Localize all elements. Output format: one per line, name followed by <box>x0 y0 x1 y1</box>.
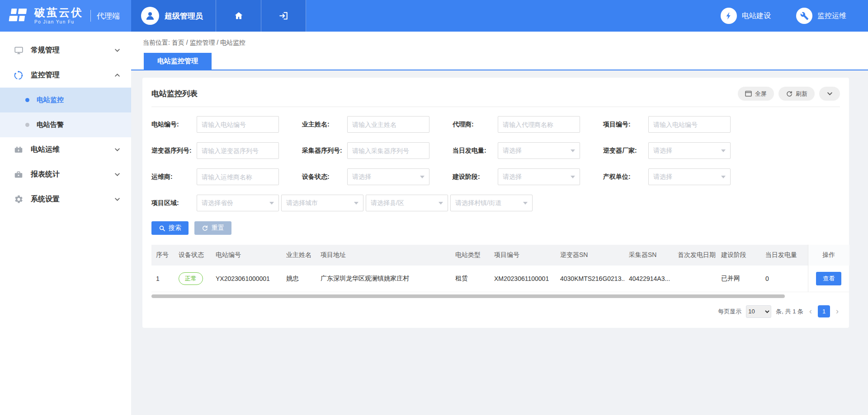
filter-input-0-0[interactable] <box>197 116 279 133</box>
column-header: 逆变器SN <box>556 245 624 266</box>
scrollbar-thumb[interactable] <box>151 294 785 298</box>
caret-down-icon <box>571 176 575 181</box>
reset-button[interactable]: 重置 <box>194 221 231 235</box>
filter-field-2-0: 运维商: <box>151 168 302 185</box>
filter-field-2-2: 建设阶段:请选择 <box>453 168 603 185</box>
caret-down-icon <box>354 202 359 207</box>
filter-input-2-0[interactable] <box>197 168 279 185</box>
filter-input-0-3[interactable] <box>648 116 731 133</box>
filter-select-2-3[interactable]: 请选择 <box>648 168 731 185</box>
filter-select-2-2[interactable]: 请选择 <box>498 168 580 185</box>
nav-monitoring-ops[interactable]: 监控运维 <box>796 8 846 24</box>
search-button[interactable]: 搜索 <box>151 221 189 235</box>
table-cell: 租赁 <box>451 266 490 292</box>
chevron-down-icon <box>827 91 833 97</box>
reset-icon <box>202 225 208 232</box>
filter-label: 逆变器序列号: <box>151 147 197 155</box>
sidebar-submenu: 电站监控电站告警 <box>0 88 131 137</box>
nav-station-construction[interactable]: 电站建设 <box>721 8 771 24</box>
filter-label: 产权单位: <box>603 173 648 181</box>
logout-button[interactable] <box>261 0 306 32</box>
sidebar-menu: 常规管理监控管理电站监控电站告警电站运维报表统计系统设置 <box>0 32 131 415</box>
sidebar-subitem-1-1[interactable]: 电站告警 <box>0 112 131 137</box>
region-select-0[interactable]: 请选择省份 <box>197 195 279 211</box>
app-header: 破茧云伏 Po Jian Yun Fu 代理端 超级管理员 <box>0 0 868 32</box>
region-select-3[interactable]: 请选择村镇/街道 <box>450 195 533 211</box>
sidebar-item-4[interactable]: 系统设置 <box>0 187 131 212</box>
column-header: 采集器SN <box>624 245 673 266</box>
page-1-button[interactable]: 1 <box>818 305 830 317</box>
filter-field-2-3: 产权单位:请选择 <box>603 168 754 185</box>
next-page-button[interactable]: › <box>835 307 840 316</box>
per-page-select[interactable]: 10 <box>746 305 771 318</box>
filter-field-0-3: 项目编号: <box>603 116 754 133</box>
filter-input-1-0[interactable] <box>197 142 279 159</box>
filter-actions: 搜索 重置 <box>151 221 840 235</box>
filter-input-0-1[interactable] <box>347 116 429 133</box>
region-select-2[interactable]: 请选择县/区 <box>366 195 448 211</box>
app-subtitle: Po Jian Yun Fu <box>34 20 83 24</box>
filter-field-1-0: 逆变器序列号: <box>151 142 302 159</box>
home-button[interactable] <box>216 0 261 32</box>
region-select-1[interactable]: 请选择城市 <box>281 195 363 211</box>
briefcase-icon <box>14 170 24 180</box>
app-title: 破茧云伏 <box>34 7 83 18</box>
table-cell: XM2023061100001 <box>490 266 556 292</box>
column-header: 业主姓名 <box>282 245 316 266</box>
fullscreen-button[interactable]: 全屏 <box>738 87 774 101</box>
filter-select-1-3[interactable]: 请选择 <box>648 142 731 159</box>
chevron-down-icon <box>114 172 120 177</box>
filter-label: 业主姓名: <box>302 121 347 129</box>
username: 超级管理员 <box>165 11 203 21</box>
sidebar-item-1[interactable]: 监控管理 <box>0 63 131 88</box>
user-menu[interactable]: 超级管理员 <box>131 0 216 32</box>
filter-select-2-1[interactable]: 请选择 <box>347 168 429 185</box>
filter-label: 建设阶段: <box>453 173 498 181</box>
collapse-panel-button[interactable] <box>819 87 840 101</box>
breadcrumb-label: 当前位置: <box>143 39 170 46</box>
panel-title: 电站监控列表 <box>151 89 198 99</box>
caret-down-icon <box>420 176 425 181</box>
chevron-down-icon <box>114 47 120 53</box>
table-cell: 广东深圳龙华区观澜镇姚家庄村 <box>316 266 451 292</box>
filter-label: 项目编号: <box>603 121 648 129</box>
sidebar-item-label: 常规管理 <box>31 46 114 55</box>
fullscreen-icon <box>745 91 752 97</box>
prev-page-button[interactable]: ‹ <box>808 307 813 316</box>
device-status-cell: 正常 <box>174 266 211 292</box>
table-cell: 已并网 <box>717 266 761 292</box>
actions-cell: 查看 <box>808 266 849 292</box>
chevron-down-icon <box>114 147 120 153</box>
nav-label: 电站建设 <box>742 11 771 21</box>
table-cell: 0 <box>761 266 808 292</box>
refresh-button[interactable]: 刷新 <box>778 87 815 101</box>
sidebar-subitem-label: 电站监控 <box>37 96 64 104</box>
column-header: 当日发电量 <box>761 245 808 266</box>
column-header: 项目编号 <box>490 245 556 266</box>
caret-down-icon <box>571 149 575 154</box>
topbar: 当前位置: 首页 / 监控管理 / 电站监控 电站监控管理 <box>131 32 868 70</box>
sidebar-item-2[interactable]: 电站运维 <box>0 137 131 162</box>
filter-input-0-2[interactable] <box>498 116 580 133</box>
filter-input-1-1[interactable] <box>347 142 429 159</box>
logout-icon <box>278 11 288 21</box>
per-page-label: 每页显示 <box>718 308 741 316</box>
bullet-icon <box>25 123 29 127</box>
table-cell: 40422914A3... <box>624 266 673 292</box>
table-cell: 4030KMTS216G0213... <box>556 266 624 292</box>
filter-field-1-1: 采集器序列号: <box>302 142 453 159</box>
search-icon <box>159 225 165 232</box>
caret-down-icon <box>523 202 528 207</box>
sidebar-item-3[interactable]: 报表统计 <box>0 162 131 187</box>
view-button[interactable]: 查看 <box>816 272 841 285</box>
sidebar-item-0[interactable]: 常规管理 <box>0 38 131 63</box>
sidebar-subitem-1-0[interactable]: 电站监控 <box>0 88 131 112</box>
tab-station-monitoring[interactable]: 电站监控管理 <box>144 53 212 70</box>
filter-label: 电站编号: <box>151 121 197 129</box>
network-icon <box>14 70 24 80</box>
column-header: 建设阶段 <box>717 245 761 266</box>
sidebar-item-label: 监控管理 <box>31 70 114 80</box>
caret-down-icon <box>269 202 274 207</box>
logo-icon <box>8 7 29 25</box>
filter-select-1-2[interactable]: 请选择 <box>498 142 580 159</box>
